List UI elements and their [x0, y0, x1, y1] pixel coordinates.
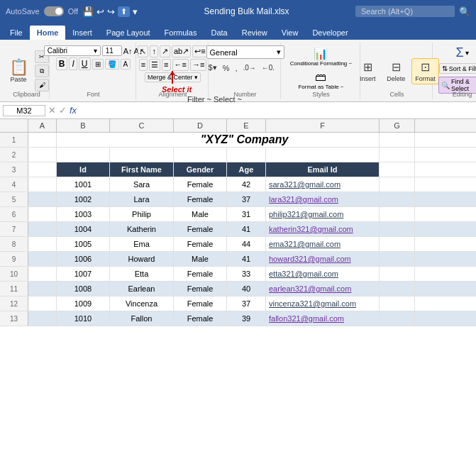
font-size-dropdown[interactable]: 11 [102, 45, 122, 56]
align-center-icon[interactable]: ☰ [149, 59, 160, 71]
dropdown-icon[interactable]: ▾ [133, 6, 138, 17]
cell-d2[interactable] [174, 148, 227, 162]
indent-increase-icon[interactable]: →≡ [190, 59, 206, 71]
cell-age-5[interactable]: 37 [227, 192, 266, 206]
cell-b3-header[interactable]: Id [57, 162, 110, 177]
sort-filter-button[interactable]: ⇅ Sort & Filter [439, 63, 476, 74]
percent-button[interactable]: % [221, 63, 232, 73]
cell-g12[interactable] [380, 297, 415, 311]
cell-id-5[interactable]: 1002 [57, 192, 110, 206]
tab-developer[interactable]: Developer [305, 26, 355, 40]
cell-email-12[interactable]: vincenza321@gmail.com [266, 297, 380, 311]
cell-age-6[interactable]: 31 [227, 207, 266, 221]
cell-gender-10[interactable]: Female [174, 267, 227, 281]
col-header-f[interactable]: F [266, 119, 380, 132]
cell-g2[interactable] [380, 148, 415, 162]
cell-age-8[interactable]: 44 [227, 237, 266, 251]
text-orientation-icon[interactable]: ab↗ [172, 45, 191, 57]
col-header-d[interactable]: D [174, 119, 227, 132]
cell-e2[interactable] [227, 148, 266, 162]
cell-g11[interactable] [380, 282, 415, 296]
cell-id-8[interactable]: 1005 [57, 237, 110, 251]
cell-age-7[interactable]: 41 [227, 222, 266, 236]
number-format-dropdown[interactable]: General ▾ [206, 45, 284, 59]
cell-name-11[interactable]: Earlean [110, 282, 174, 296]
align-left-icon[interactable]: ≡ [139, 59, 148, 71]
cell-age-13[interactable]: 39 [227, 311, 266, 326]
wrap-text-icon[interactable]: ↩≡ [192, 45, 207, 57]
cell-g10[interactable] [380, 267, 415, 281]
search-icon[interactable]: 🔍 [459, 6, 470, 17]
cell-id-10[interactable]: 1007 [57, 267, 110, 281]
cell-cdef1[interactable]: "XYZ" Company [110, 133, 380, 147]
cell-gender-12[interactable]: Female [174, 297, 227, 311]
cell-id-9[interactable]: 1006 [57, 252, 110, 266]
col-header-c[interactable]: C [110, 119, 174, 132]
cell-id-7[interactable]: 1004 [57, 222, 110, 236]
insert-button[interactable]: ⊞ Insert [355, 59, 380, 84]
cell-g9[interactable] [380, 252, 415, 266]
cell-name-12[interactable]: Vincenza [110, 297, 174, 311]
cell-email-4[interactable]: sara321@gmail.com [266, 177, 380, 192]
cell-c3-header[interactable]: First Name [110, 162, 174, 177]
align-top-center-icon[interactable]: ↑ [150, 45, 158, 57]
bold-button[interactable]: B [56, 57, 68, 70]
underline-button[interactable]: U [79, 57, 91, 70]
cell-name-9[interactable]: Howard [110, 252, 174, 266]
cell-g8[interactable] [380, 237, 415, 251]
cell-a1[interactable] [28, 133, 57, 147]
tab-data[interactable]: Data [204, 26, 234, 40]
tab-page-layout[interactable]: Page Layout [99, 26, 157, 40]
tab-home[interactable]: Home [30, 26, 66, 40]
autosum-icon[interactable]: Σ [455, 45, 463, 60]
cell-email-13[interactable]: fallon321@gmail.com [266, 311, 380, 326]
cell-email-7[interactable]: katherin321@gmail.com [266, 222, 380, 236]
cell-email-8[interactable]: ema321@gmail.com [266, 237, 380, 251]
cell-gender-6[interactable]: Male [174, 207, 227, 221]
cell-g1[interactable] [380, 133, 415, 147]
cell-a3[interactable] [28, 162, 57, 177]
align-top-right-icon[interactable]: ↗ [160, 45, 170, 57]
col-header-b[interactable]: B [57, 119, 110, 132]
cell-gender-11[interactable]: Female [174, 282, 227, 296]
cell-gender-7[interactable]: Female [174, 222, 227, 236]
cell-age-12[interactable]: 37 [227, 297, 266, 311]
cell-g3[interactable] [380, 162, 415, 177]
cell-gender-4[interactable]: Female [174, 177, 227, 192]
font-family-dropdown[interactable]: Calibri ▾ [44, 45, 101, 56]
cell-gender-8[interactable]: Female [174, 237, 227, 251]
indent-decrease-icon[interactable]: ←≡ [172, 59, 189, 71]
cell-email-6[interactable]: philip321@gmail.com [266, 207, 380, 221]
cell-b1[interactable] [57, 133, 110, 147]
cell-id-6[interactable]: 1003 [57, 207, 110, 221]
cell-name-8[interactable]: Ema [110, 237, 174, 251]
cell-g7[interactable] [380, 222, 415, 236]
format-as-table-button[interactable]: 🗃 Format as Table ~ [295, 70, 346, 92]
cell-g5[interactable] [380, 192, 415, 206]
cell-a5[interactable] [28, 192, 57, 206]
cell-c2[interactable] [110, 148, 174, 162]
cell-email-5[interactable]: lara321@gmail.com [266, 192, 380, 206]
cell-gender-5[interactable]: Female [174, 192, 227, 206]
align-top-left-icon[interactable]: ↖ [138, 45, 148, 57]
paste-button[interactable]: 📋 Paste [4, 57, 33, 86]
increase-font-icon[interactable]: A↑ [123, 47, 133, 55]
font-color-button[interactable]: A [121, 59, 131, 70]
increase-decimal-button[interactable]: ←0. [260, 63, 277, 72]
currency-button[interactable]: $▾ [206, 62, 219, 73]
merge-center-button[interactable]: Merge & Center ▾ [145, 72, 201, 82]
cell-a8[interactable] [28, 237, 57, 251]
cell-gender-9[interactable]: Male [174, 252, 227, 266]
autosave-toggle[interactable] [44, 6, 64, 16]
cell-a6[interactable] [28, 207, 57, 221]
undo-icon[interactable]: ↩ [96, 6, 104, 17]
search-input[interactable] [355, 6, 455, 17]
cell-a2[interactable] [28, 148, 57, 162]
cell-reference-input[interactable] [3, 105, 45, 116]
fill-color-button[interactable]: 🪣 [105, 59, 119, 70]
cell-f3-header[interactable]: Email Id [266, 162, 380, 177]
cell-email-10[interactable]: etta321@gmail.com [266, 267, 380, 281]
col-header-e[interactable]: E [227, 119, 266, 132]
cell-id-4[interactable]: 1001 [57, 177, 110, 192]
cell-a9[interactable] [28, 252, 57, 266]
